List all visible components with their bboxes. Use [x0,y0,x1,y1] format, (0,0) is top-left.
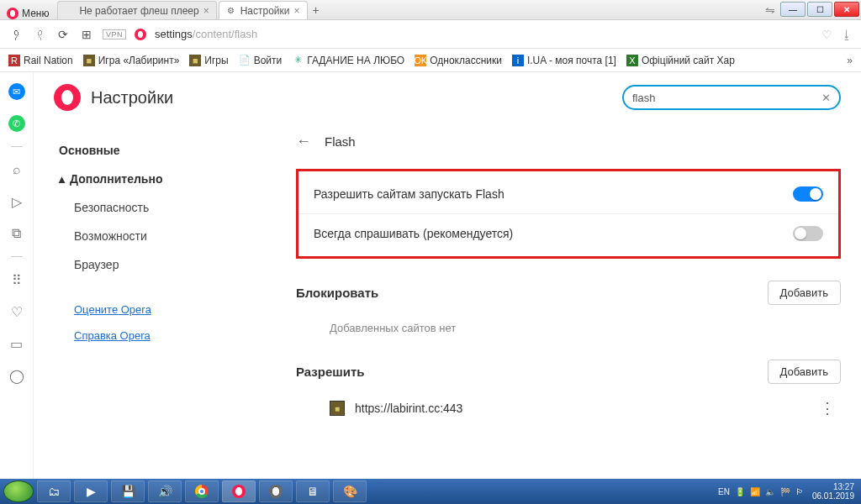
taskbar-opera[interactable] [222,480,256,502]
taskbar-opera-grey[interactable] [259,480,293,502]
url-field[interactable]: settings/content/flash [155,28,813,40]
bookmark-favicon-icon: OK [415,55,426,66]
extensions-icon[interactable]: ◯ [8,366,26,385]
messenger-icon[interactable]: ✉ [8,82,26,101]
start-button[interactable] [3,480,34,502]
nav-basic[interactable]: Основные [50,136,286,165]
allow-flash-toggle[interactable] [793,186,823,202]
bookmark-item[interactable]: ХОфіційний сайт Хар [626,55,735,66]
taskbar-clock[interactable]: 13:27 06.01.2019 [809,482,858,501]
address-bar: ᠀ ᠀ ⟳ ⊞ VPN settings/content/flash ♡ ⭳ [0,20,861,49]
site-identity-icon[interactable] [135,29,146,40]
bookmark-favicon-icon: ■ [83,55,95,66]
taskbar-explorer[interactable]: 🗂 [37,480,71,502]
bookmark-favicon-icon: 📄 [239,55,251,66]
speed-dial-grid-icon[interactable]: ⠿ [8,270,26,289]
tab-strip: Меню Не работает флеш плеер × ⚙ Настройк… [0,0,760,19]
tray-battery-icon[interactable]: 🔋 [735,487,745,496]
bookmark-favicon-icon: ■ [189,55,201,66]
tray-network-icon[interactable]: 📶 [750,487,760,496]
snapshot-icon[interactable]: ⧉ [8,224,26,243]
bookmark-item[interactable]: ✳ГАДАНИЕ НА ЛЮБО [292,55,404,66]
bookmark-favicon-icon: R [8,55,20,66]
search-icon[interactable]: ⌕ [8,160,26,179]
nav-advanced[interactable]: ▴ Дополнительно [50,165,286,193]
add-blocked-button[interactable]: Добавить [768,281,841,305]
back-button[interactable]: ᠀ [8,28,24,41]
section-title: Блокировать [296,286,378,300]
bookmark-heart-icon[interactable]: ♡ [821,28,832,41]
setting-label: Всегда спрашивать (рекомендуется) [314,227,513,240]
opera-menu-button[interactable]: Меню [0,8,55,19]
bookmark-item[interactable]: ■Игры [189,55,228,66]
close-tab-icon[interactable]: × [203,5,209,17]
taskbar-media[interactable]: ▶ [74,480,108,502]
windows-taskbar: 🗂 ▶ 💾 🔊 🖥 🎨 EN 🔋 📶 🔈 🏁 🏳 13:27 06.01.201… [0,479,861,504]
gear-icon: ⚙ [226,6,236,16]
personal-news-icon[interactable]: ▷ [8,192,26,211]
add-allowed-button[interactable]: Добавить [768,360,841,384]
opera-logo-icon [7,8,18,19]
bookmark-item[interactable]: iI.UA - моя почта [1] [512,55,616,66]
separator [11,146,23,147]
close-tab-icon[interactable]: × [294,5,300,17]
taskbar-paint[interactable]: 🎨 [333,480,367,502]
nav-features[interactable]: Возможности [50,222,286,250]
bookmark-item[interactable]: ■Игра «Лабиринт» [83,55,180,66]
maximize-button[interactable]: ☐ [807,2,832,17]
nav-security[interactable]: Безопасность [50,193,286,222]
settings-detail: ← Flash Разрешить сайтам запускать Flash… [286,119,861,479]
close-window-button[interactable]: ✕ [834,2,859,17]
vpn-badge[interactable]: VPN [103,29,126,39]
speed-dial-icon[interactable]: ⊞ [79,28,94,41]
rate-opera-link[interactable]: Оцените Opera [50,294,286,320]
history-icon[interactable]: ▭ [8,334,26,353]
site-favicon-icon: ■ [330,401,345,416]
taskbar-save[interactable]: 💾 [111,480,145,502]
bookmarks-heart-icon[interactable]: ♡ [8,302,26,321]
tray-flag-icon[interactable]: 🏁 [780,487,790,496]
bookmark-item[interactable]: OKОдноклассники [415,55,502,66]
always-ask-row: Всегда спрашивать (рекомендуется) [298,213,838,253]
detail-header: ← Flash [296,133,841,150]
search-value: flash [632,92,821,104]
new-tab-button[interactable]: + [308,3,325,17]
block-section-header: Блокировать Добавить [296,276,841,313]
highlighted-settings-box: Разрешить сайтам запускать Flash Всегда … [296,169,841,259]
settings-nav: Основные ▴ Дополнительно Безопасность Во… [34,119,286,479]
language-indicator[interactable]: EN [718,487,730,496]
help-opera-link[interactable]: Справка Opera [50,320,286,346]
site-url: https://labirint.cc:443 [355,402,462,415]
reload-button[interactable]: ⟳ [55,28,71,41]
site-actions-icon[interactable]: ⋮ [820,399,836,417]
allowed-site-row[interactable]: ■ https://labirint.cc:443 ⋮ [296,392,841,424]
sidebar-rail: ✉ ✆ ⌕ ▷ ⧉ ⠿ ♡ ▭ ◯ [0,72,34,479]
always-ask-toggle[interactable] [793,226,823,241]
whatsapp-icon[interactable]: ✆ [8,114,26,133]
bookmark-item[interactable]: 📄Войти [239,55,283,66]
allow-flash-row: Разрешить сайтам запускать Flash [298,175,838,213]
taskbar-chrome[interactable] [185,480,219,502]
tray-volume-icon[interactable]: 🔈 [765,487,775,496]
tray-action-icon[interactable]: 🏳 [795,487,804,496]
bookmarks-overflow-icon[interactable]: » [847,55,853,66]
page-title: Настройки [91,88,173,108]
bookmark-favicon-icon: i [512,55,524,66]
downloads-icon[interactable]: ⭳ [841,28,853,41]
bookmark-item[interactable]: RRail Nation [8,55,73,66]
clear-search-icon[interactable]: ✕ [821,92,831,104]
browser-tab-active[interactable]: ⚙ Настройки × [219,1,308,19]
browser-tab[interactable]: Не работает флеш плеер × [57,1,216,19]
forward-button[interactable]: ᠀ [32,28,47,41]
bookmark-favicon-icon: ✳ [292,55,304,66]
nav-browser[interactable]: Браузер [50,250,286,279]
taskbar-app[interactable]: 🖥 [296,480,330,502]
taskbar-sound[interactable]: 🔊 [148,480,182,502]
settings-page: Настройки flash ✕ Основные ▴ Дополнитель… [34,72,861,479]
settings-search-input[interactable]: flash ✕ [622,85,841,110]
minimize-button[interactable]: — [780,2,806,17]
allow-section-header: Разрешить Добавить [296,354,841,392]
back-arrow-icon[interactable]: ← [296,133,311,150]
tab-overflow-icon[interactable]: ⇋ [760,0,780,19]
settings-body: Основные ▴ Дополнительно Безопасность Во… [34,119,861,479]
